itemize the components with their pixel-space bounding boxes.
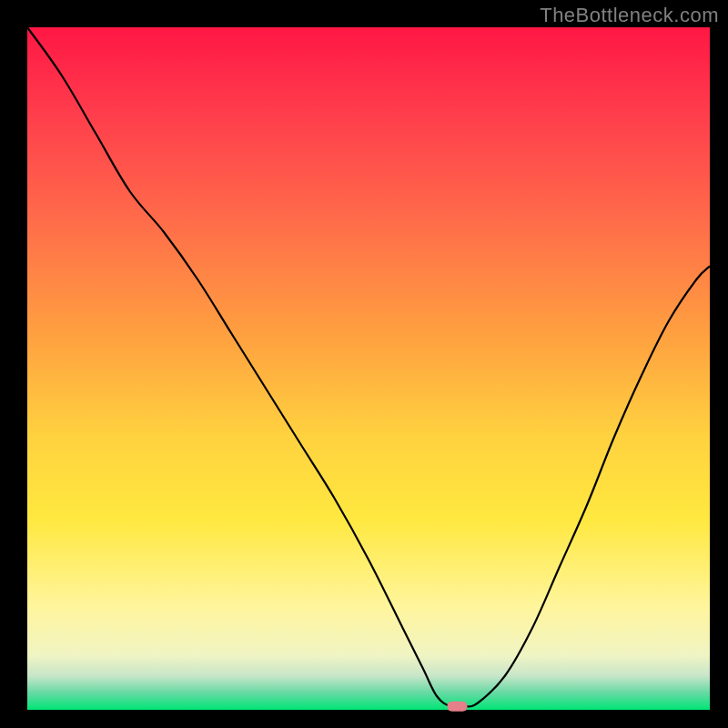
chart-container: TheBottleneck.com xyxy=(0,0,728,728)
chart-plot-area xyxy=(27,27,710,710)
watermark-text: TheBottleneck.com xyxy=(540,4,719,27)
chart-svg xyxy=(0,0,728,728)
optimal-marker xyxy=(448,702,468,712)
